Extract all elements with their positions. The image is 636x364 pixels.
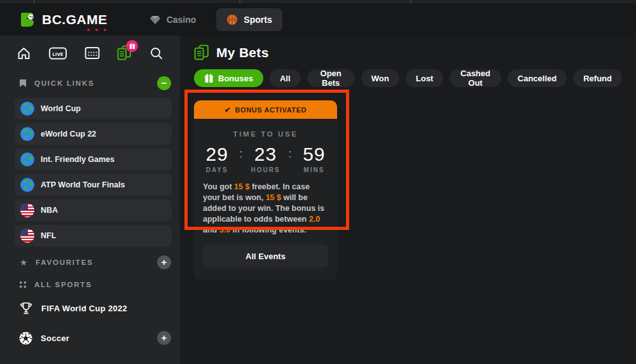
- quick-links-list: World Cup eWorld Cup 22 Int. Friendly Ga…: [15, 98, 172, 246]
- svg-text:LIVE: LIVE: [52, 51, 63, 57]
- favourites-header: ★ FAVOURITES +: [0, 255, 180, 269]
- quick-link-label: NFL: [41, 231, 56, 240]
- collapse-quick-links-button[interactable]: −: [157, 76, 171, 90]
- bonus-card: ✔ BONUS ACTIVATED TIME TO USE 29 DAYS : …: [194, 100, 337, 280]
- top-header: BC.GAME Casino: [0, 3, 636, 36]
- bcgame-logo-icon: [19, 11, 37, 29]
- bcgame-sports-app: BC.GAME Casino: [0, 0, 636, 364]
- add-favourite-button[interactable]: +: [157, 255, 171, 269]
- countdown-days: 29 DAYS: [203, 144, 231, 173]
- countdown-hours: 23 HOURS: [251, 144, 280, 173]
- us-flag-icon: [20, 229, 34, 243]
- my-bets-icon: [194, 44, 209, 61]
- sidebar-item-fifa-world-cup[interactable]: FIFA World Cup 2022: [0, 301, 180, 316]
- filter-cashed-out[interactable]: Cashed Out: [450, 69, 501, 87]
- nav-casino-label: Casino: [167, 15, 197, 25]
- countdown-separator: :: [289, 144, 292, 163]
- quick-link-int-friendly[interactable]: Int. Friendly Games: [15, 149, 172, 170]
- quick-link-label: Int. Friendly Games: [41, 155, 114, 164]
- quick-link-label: NBA: [41, 206, 58, 215]
- quick-link-label: World Cup: [41, 104, 81, 113]
- top-strip-separator: [34, 0, 35, 3]
- quick-link-world-cup[interactable]: World Cup: [15, 98, 172, 119]
- bet-filter-chips: Bonuses All Open Bets Won Lost Cashed Ou…: [194, 69, 622, 87]
- filter-bonuses[interactable]: Bonuses: [194, 69, 263, 87]
- filter-cancelled[interactable]: Cancelled: [508, 69, 567, 87]
- quick-links-header: QUICK LINKS −: [0, 76, 180, 90]
- bonus-activated-banner: ✔ BONUS ACTIVATED: [194, 100, 337, 119]
- filter-refund[interactable]: Refund: [573, 69, 622, 87]
- expand-soccer-button[interactable]: +: [157, 331, 171, 345]
- my-bets-icon[interactable]: [117, 45, 132, 61]
- countdown-mins: 59 MINS: [300, 144, 328, 173]
- quick-link-label: ATP World Tour Finals: [41, 180, 125, 189]
- sidebar-item-label: FIFA World Cup 2022: [41, 304, 127, 313]
- bonus-activated-label: BONUS ACTIVATED: [235, 106, 307, 114]
- live-icon[interactable]: LIVE: [49, 47, 67, 60]
- sidebar: LIVE: [0, 36, 180, 364]
- grid-dots-icon: [19, 281, 27, 288]
- bonus-description: You got 15 $ freebet. In case your bet i…: [203, 182, 328, 236]
- filter-won[interactable]: Won: [361, 69, 399, 87]
- diamond-icon: [149, 14, 161, 25]
- bonus-badge: [126, 40, 138, 52]
- filter-lost[interactable]: Lost: [406, 69, 443, 87]
- all-events-button[interactable]: All Events: [203, 245, 328, 267]
- globe-icon: [20, 152, 34, 166]
- filter-all[interactable]: All: [270, 69, 301, 87]
- nav-sports-label: Sports: [244, 15, 272, 25]
- all-sports-header[interactable]: ALL SPORTS: [0, 281, 180, 288]
- sidebar-icon-row: LIVE: [17, 45, 163, 61]
- quick-link-eworld-cup[interactable]: eWorld Cup 22: [15, 123, 172, 145]
- home-icon[interactable]: [17, 46, 31, 60]
- time-to-use-label: TIME TO USE: [203, 130, 328, 138]
- trophy-icon: [19, 301, 33, 316]
- top-nav: Casino Sports: [139, 8, 282, 31]
- nav-sports[interactable]: Sports: [216, 8, 282, 31]
- quick-link-nfl[interactable]: NFL: [15, 225, 172, 246]
- bonus-countdown: 29 DAYS : 23 HOURS : 59 MINS: [203, 144, 328, 173]
- check-icon: ✔: [225, 105, 232, 114]
- sidebar-item-label: Soccer: [41, 334, 69, 343]
- search-icon[interactable]: [149, 46, 163, 60]
- browser-top-strip: [0, 0, 636, 3]
- bcgame-logo[interactable]: BC.GAME: [19, 11, 107, 29]
- page-title-row: My Bets: [194, 44, 622, 61]
- main-content: My Bets Bonuses All Open Bets: [180, 36, 636, 364]
- sidebar-item-soccer[interactable]: Soccer +: [0, 331, 180, 345]
- globe-icon: [20, 127, 34, 141]
- quick-link-nba[interactable]: NBA: [15, 199, 172, 221]
- gift-icon: [204, 74, 214, 83]
- bookmark-icon: [19, 79, 27, 88]
- quick-link-label: eWorld Cup 22: [41, 130, 96, 138]
- globe-icon: [20, 102, 34, 116]
- logo-red-dots: [87, 29, 106, 31]
- top-strip-separator: [410, 0, 411, 3]
- basketball-icon: [226, 14, 238, 25]
- nav-casino[interactable]: Casino: [139, 8, 207, 31]
- filter-open-bets[interactable]: Open Bets: [307, 69, 355, 87]
- quick-link-atp-finals[interactable]: ATP World Tour Finals: [15, 174, 172, 196]
- bcgame-logo-text: BC.GAME: [42, 12, 107, 27]
- page-title: My Bets: [216, 45, 269, 60]
- soccer-ball-icon: [19, 332, 32, 345]
- top-strip-separator: [239, 0, 240, 3]
- countdown-separator: :: [239, 144, 242, 163]
- all-sports-title: ALL SPORTS: [34, 281, 92, 288]
- globe-icon: [20, 178, 34, 192]
- star-icon: ★: [19, 257, 28, 267]
- us-flag-icon: [20, 203, 34, 217]
- favourites-title: FAVOURITES: [36, 259, 93, 266]
- quick-links-title: QUICK LINKS: [34, 79, 95, 87]
- calendar-results-icon[interactable]: [85, 46, 100, 60]
